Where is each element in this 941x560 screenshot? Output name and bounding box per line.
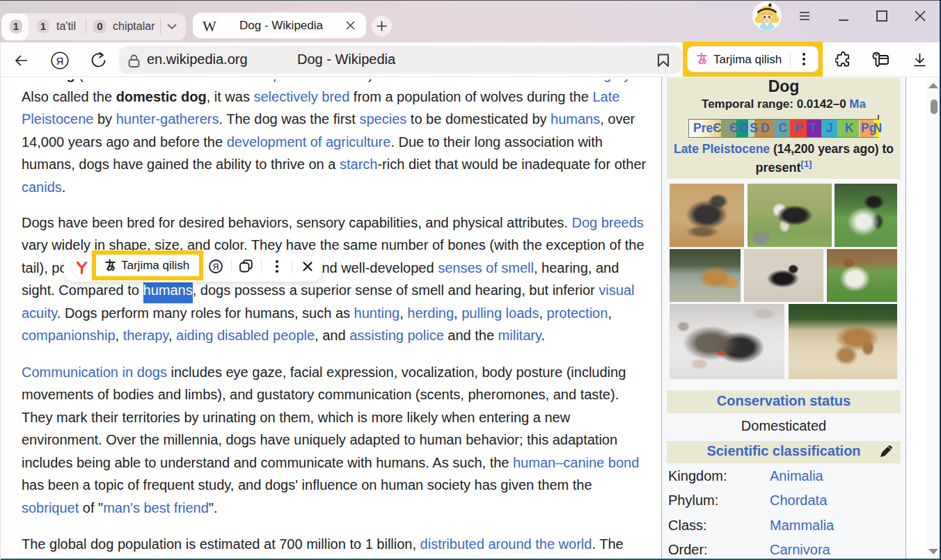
svg-text:Я: Я [212,262,219,272]
svg-text:Я: Я [56,55,64,67]
